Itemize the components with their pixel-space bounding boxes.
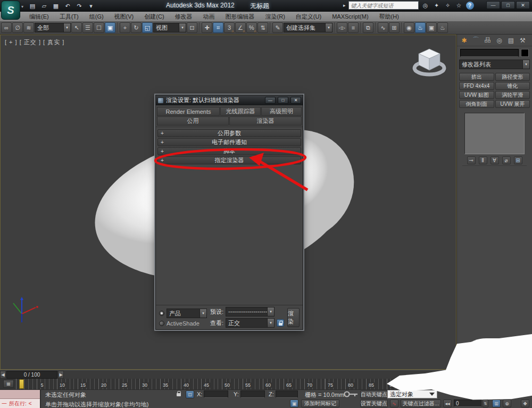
rendered-frame-window-button[interactable]: ▣ — [426, 22, 437, 33]
absolute-offset-toggle[interactable]: ⊡ — [186, 390, 194, 398]
x-coordinate-field[interactable] — [204, 390, 228, 398]
menu-create[interactable]: 创建(C) — [139, 12, 169, 21]
select-by-name-button[interactable]: ☰ — [82, 22, 93, 33]
modifier-list-dropdown[interactable]: 修改器列表▾ — [459, 60, 530, 69]
dialog-title-bar[interactable]: 渲染设置: 默认扫描线渲染器 — □ ✕ — [156, 95, 303, 105]
align-button[interactable]: ≡ — [348, 22, 359, 33]
communication-center-icon[interactable]: ✧ — [444, 1, 452, 10]
time-configuration-key-icon[interactable] — [343, 390, 359, 399]
dialog-close-button[interactable]: ✕ — [290, 97, 301, 104]
angle-snap-toggle[interactable]: ∠∩ — [235, 22, 246, 33]
curve-editor-button[interactable]: ∿ — [378, 22, 388, 33]
menu-rendering[interactable]: 渲染(R) — [261, 12, 290, 21]
menu-animation[interactable]: 动画 — [198, 12, 220, 21]
render-button[interactable]: 渲染 — [287, 308, 300, 327]
modifier-button-bevelprofile[interactable]: 倒角剖面 — [459, 100, 494, 108]
frame-spinner[interactable]: ⇅ — [483, 399, 488, 407]
modifier-button-pathdeform[interactable]: 路径变形 — [495, 73, 530, 81]
menu-graph-editors[interactable]: 图形编辑器 — [221, 12, 260, 21]
help-icon[interactable]: ? — [466, 2, 474, 10]
key-filters-button[interactable]: 关键点过滤器... — [401, 399, 441, 407]
viewport-label[interactable]: [ + ] [ 正交 ] [ 真实 ] — [5, 38, 64, 46]
infocenter-key-icon[interactable]: ✦ — [433, 1, 441, 10]
favorites-star-icon[interactable]: ☆ — [455, 1, 463, 10]
remove-modifier-button[interactable]: ⌀ — [502, 156, 511, 164]
named-selection-sets-dropdown[interactable]: 创建选择集▾ — [284, 23, 332, 32]
unlink-selection-button[interactable]: ∅ — [12, 22, 23, 33]
menu-maxscript[interactable]: MAXScript(M) — [327, 13, 373, 20]
tab-motion[interactable]: ◎ — [494, 36, 504, 45]
pin-stack-button[interactable]: ⊸ — [467, 156, 476, 164]
go-to-start-button[interactable]: ◀◀ — [443, 399, 452, 407]
make-unique-button[interactable]: ∀ — [491, 156, 499, 164]
tab-display[interactable]: ▤ — [506, 36, 516, 45]
percent-snap-toggle[interactable]: %∩ — [246, 22, 257, 33]
reference-coordinate-dropdown[interactable]: 视图▾ — [153, 23, 186, 32]
schematic-view-button[interactable]: ⊞ — [389, 22, 400, 33]
minimize-button[interactable]: — — [486, 1, 500, 9]
application-menu-logo[interactable]: S — [1, 1, 20, 20]
menu-views[interactable]: 视图(V) — [110, 12, 139, 21]
time-slider-handle[interactable] — [19, 379, 24, 389]
modifier-button-unwrapuvw[interactable]: UVW 展开 — [495, 100, 530, 108]
current-frame-field[interactable]: 0 — [454, 399, 481, 407]
previous-frame-button[interactable]: ◀ — [0, 371, 6, 379]
tab-hierarchy[interactable]: 品 — [483, 36, 493, 45]
render-setup-button[interactable]: ♨ — [415, 22, 426, 33]
tab-utilities[interactable]: ⚒ — [518, 36, 528, 45]
activeshade-radio[interactable] — [159, 321, 164, 326]
tab-render-elements[interactable]: Render Elements — [157, 107, 220, 116]
menu-edit[interactable]: 编辑(E) — [24, 12, 54, 21]
bind-to-spacewarp-button[interactable]: ≋ — [23, 22, 34, 33]
dialog-maximize-button[interactable]: □ — [278, 97, 288, 104]
select-and-rotate-button[interactable]: ↻ — [131, 22, 142, 33]
modifier-button-ffd4x4x4[interactable]: FFD 4x4x4 — [459, 82, 494, 90]
set-key-mode-button[interactable]: ∿ — [390, 399, 398, 407]
new-file-button[interactable]: ▤ — [28, 2, 37, 10]
open-file-button[interactable]: ▱ — [39, 2, 49, 10]
quick-access-flyout[interactable]: ▾ — [86, 2, 96, 10]
view-dropdown[interactable]: 正交▾ — [226, 318, 275, 328]
render-production-button[interactable]: ♨ — [437, 22, 448, 33]
rollout-common-parameters[interactable]: +公用参数 — [157, 129, 301, 137]
select-and-manipulate-button[interactable]: ✚ — [202, 22, 212, 33]
maximize-button[interactable]: □ — [501, 1, 515, 9]
dialog-minimize-button[interactable]: — — [265, 97, 276, 104]
menu-modifiers[interactable]: 修改器 — [170, 12, 197, 21]
pan-view-button[interactable]: ❖ — [521, 399, 529, 407]
tab-renderer[interactable]: 渲染器 — [229, 116, 302, 126]
tab-modify[interactable]: ⌒ — [471, 36, 481, 45]
window-crossing-toggle[interactable]: ▣ — [105, 22, 115, 33]
menu-help[interactable]: 帮助(H) — [375, 12, 404, 21]
modifier-button-extrude[interactable]: 挤出 — [459, 73, 494, 81]
save-file-button[interactable]: ▦ — [51, 2, 61, 10]
menu-tools[interactable]: 工具(T) — [55, 12, 84, 21]
show-end-result-button[interactable]: Ⅱ — [479, 156, 487, 164]
z-coordinate-field[interactable] — [276, 390, 298, 398]
undo-button[interactable]: ↶ — [63, 2, 72, 10]
edit-named-selection-sets-button[interactable]: ✎ — [272, 22, 283, 33]
object-color-swatch[interactable] — [521, 49, 529, 57]
modifier-button-uvwmap[interactable]: UVW 贴图 — [459, 91, 494, 99]
close-button[interactable]: ✕ — [516, 1, 530, 9]
production-radio[interactable] — [159, 311, 164, 316]
modifier-button-taper[interactable]: 锥化 — [495, 82, 530, 90]
selected-object-dropdown[interactable]: 选定对象 — [387, 390, 437, 398]
preset-dropdown[interactable]: --------------------▾ — [226, 307, 275, 317]
frame-range-indicator[interactable]: 0 / 100 — [6, 371, 57, 379]
configure-modifier-sets-button[interactable]: ⊞ — [514, 156, 522, 164]
tab-raytracer[interactable]: 光线跟踪器 — [220, 107, 261, 116]
menu-customize[interactable]: 自定义(U) — [291, 12, 326, 21]
viewport-view-label[interactable]: [ 正交 ] — [20, 39, 41, 45]
rectangular-selection-region-button[interactable]: ☐ — [94, 22, 104, 33]
modifier-button-turbosmooth[interactable]: 涡轮平滑 — [495, 91, 530, 99]
select-and-scale-button[interactable]: ◱ — [142, 22, 153, 33]
select-and-link-button[interactable]: ∞ — [1, 22, 12, 33]
layer-manager-button[interactable]: ⧉ — [363, 22, 373, 33]
tab-create[interactable]: ✱ — [459, 36, 469, 45]
search-icon[interactable]: ◎ — [421, 1, 430, 10]
listener-pink-row[interactable] — [0, 390, 40, 399]
rollout-email-notifications[interactable]: +电子邮件通知 — [157, 138, 301, 146]
rollout-scripts[interactable]: +脚本 — [157, 147, 301, 155]
select-and-move-button[interactable]: + — [120, 22, 130, 33]
